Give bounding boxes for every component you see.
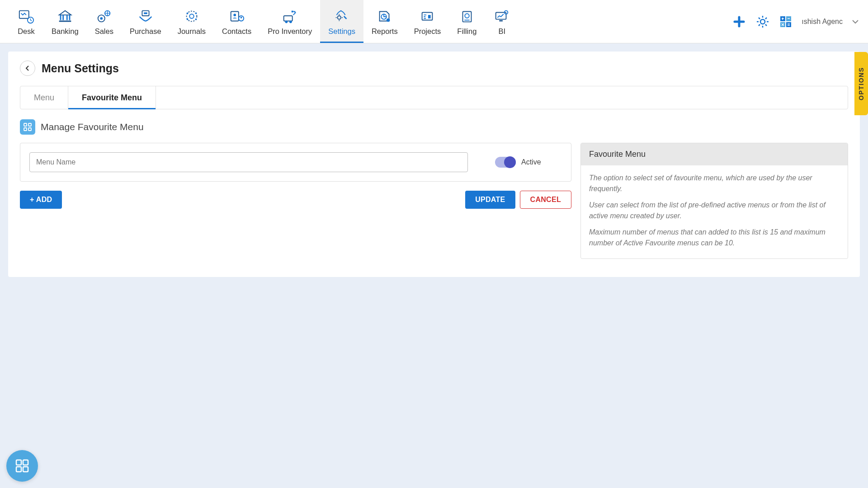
svg-point-32 — [465, 14, 469, 18]
svg-point-26 — [338, 16, 341, 19]
toggle-label: Active — [521, 158, 541, 166]
nav-label: Projects — [414, 27, 441, 36]
svg-rect-42 — [28, 123, 31, 126]
svg-rect-25 — [292, 10, 293, 12]
nav-item-purchase[interactable]: Purchase — [122, 0, 170, 43]
svg-rect-44 — [28, 128, 31, 131]
nav-item-filling[interactable]: Filling — [449, 0, 485, 43]
svg-rect-46 — [23, 460, 28, 465]
svg-rect-47 — [16, 467, 21, 472]
nav-item-banking[interactable]: Banking — [43, 0, 87, 43]
svg-rect-4 — [66, 15, 68, 20]
svg-point-17 — [195, 18, 197, 20]
svg-rect-43 — [24, 128, 27, 131]
menu-name-input[interactable] — [29, 152, 468, 172]
active-toggle-wrap: Active — [495, 157, 541, 168]
content-row: Active + ADD UPDATE CANCEL Favourite Men… — [20, 143, 848, 259]
svg-point-14 — [186, 12, 188, 14]
svg-rect-0 — [19, 10, 29, 18]
svg-point-21 — [240, 16, 242, 18]
user-agency-label: ıshish Agenc — [802, 18, 843, 26]
desk-icon — [17, 8, 35, 25]
svg-rect-5 — [69, 15, 70, 20]
svg-rect-29 — [422, 12, 433, 20]
active-toggle[interactable] — [495, 157, 516, 168]
nav-item-reports[interactable]: Reports — [363, 0, 406, 43]
options-side-tab[interactable]: OPTIONS — [854, 52, 868, 115]
svg-point-8 — [100, 17, 103, 19]
nav-items: Desk Banking Sales Purchase Journals — [9, 0, 519, 43]
nav-item-bi[interactable]: BI — [485, 0, 519, 43]
tabs-bar: Menu Favourite Menu — [20, 86, 848, 109]
svg-point-16 — [186, 18, 188, 20]
nav-label: Purchase — [130, 27, 161, 36]
nav-label: BI — [499, 27, 506, 36]
grid-icon — [20, 119, 35, 135]
svg-point-28 — [387, 18, 390, 22]
svg-point-15 — [195, 12, 197, 14]
section-title: Manage Favourite Menu — [41, 122, 144, 132]
svg-rect-48 — [23, 467, 28, 472]
page-title: Menu Settings — [42, 62, 119, 75]
svg-rect-34 — [500, 20, 503, 21]
svg-rect-40 — [786, 22, 791, 27]
section-header: Manage Favourite Menu — [20, 119, 848, 135]
svg-point-13 — [189, 14, 194, 19]
nav-item-projects[interactable]: Projects — [406, 0, 449, 43]
info-text: The option to select set of favourite me… — [589, 173, 840, 194]
svg-point-36 — [760, 19, 765, 24]
nav-label: Sales — [95, 27, 113, 36]
nav-right: ıshish Agenc — [732, 14, 859, 29]
nav-label: Filling — [457, 27, 476, 36]
svg-rect-30 — [428, 15, 431, 19]
nav-label: Pro Inventory — [268, 27, 312, 36]
nav-item-journals[interactable]: Journals — [170, 0, 214, 43]
nav-label: Desk — [18, 27, 35, 36]
settings-icon — [333, 8, 351, 25]
nav-item-desk[interactable]: Desk — [9, 0, 43, 43]
nav-item-sales[interactable]: Sales — [87, 0, 122, 43]
nav-item-pro-inventory[interactable]: Pro Inventory — [259, 0, 320, 43]
form-column: Active + ADD UPDATE CANCEL — [20, 143, 571, 209]
tab-favourite-menu[interactable]: Favourite Menu — [68, 86, 156, 109]
tab-menu[interactable]: Menu — [20, 86, 68, 109]
toggle-knob — [504, 156, 516, 168]
svg-point-12 — [186, 11, 197, 21]
info-panel-title: Favourite Menu — [581, 143, 848, 165]
purchase-icon — [137, 8, 155, 25]
journals-icon — [183, 8, 201, 25]
svg-point-19 — [233, 14, 236, 16]
user-dropdown-chevron[interactable] — [852, 18, 859, 26]
main-content-card: Menu Settings Menu Favourite Menu Manage… — [8, 52, 860, 277]
svg-rect-22 — [284, 16, 292, 21]
sales-icon — [95, 8, 113, 25]
cancel-button[interactable]: CANCEL — [520, 191, 571, 209]
info-panel-body: The option to select set of favourite me… — [581, 165, 848, 258]
svg-rect-3 — [62, 15, 64, 20]
banking-icon — [56, 8, 74, 25]
info-panel: Favourite Menu The option to select set … — [580, 143, 848, 259]
nav-label: Reports — [372, 27, 398, 36]
page-header: Menu Settings — [20, 61, 848, 76]
bi-icon — [493, 8, 511, 25]
floating-apps-button[interactable] — [6, 450, 38, 482]
global-settings-button[interactable] — [755, 14, 770, 29]
reports-icon — [376, 8, 394, 25]
nav-label: Banking — [52, 27, 79, 36]
add-button[interactable]: + ADD — [20, 191, 62, 209]
nav-label: Contacts — [222, 27, 251, 36]
svg-rect-2 — [60, 15, 61, 20]
svg-rect-41 — [24, 123, 27, 126]
projects-icon — [418, 8, 436, 25]
back-button[interactable] — [20, 61, 35, 76]
update-button[interactable]: UPDATE — [465, 191, 515, 209]
calculator-button[interactable] — [779, 15, 793, 28]
info-text: User can select from the list of pre-def… — [589, 200, 840, 221]
nav-label: Journals — [178, 27, 206, 36]
nav-label: Settings — [328, 27, 355, 36]
form-box: Active — [20, 143, 571, 182]
nav-item-contacts[interactable]: Contacts — [214, 0, 259, 43]
contacts-icon — [228, 8, 246, 25]
add-new-button[interactable] — [732, 14, 746, 29]
nav-item-settings[interactable]: Settings — [320, 0, 363, 43]
